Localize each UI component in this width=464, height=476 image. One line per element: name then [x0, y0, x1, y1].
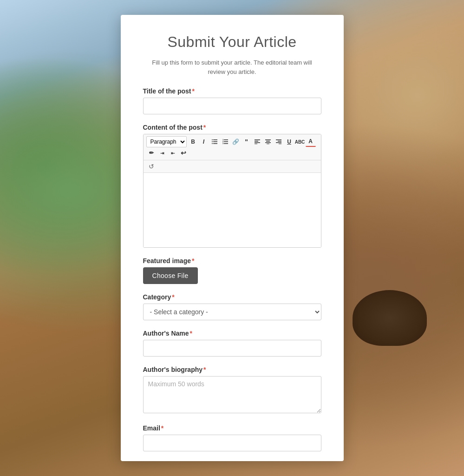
svg-rect-8 — [224, 143, 228, 144]
title-input[interactable] — [143, 98, 321, 114]
svg-rect-6 — [224, 139, 228, 140]
svg-rect-19 — [267, 144, 269, 144]
strikethrough-button[interactable]: ABC — [295, 137, 305, 147]
title-required: * — [192, 87, 194, 95]
submit-group: Submit Form — [143, 461, 321, 461]
choose-file-button[interactable]: Choose File — [143, 267, 198, 284]
email-input[interactable] — [143, 435, 321, 451]
author-name-input[interactable] — [143, 340, 321, 357]
svg-rect-17 — [266, 141, 270, 142]
editor-toolbar-row2: ↺ — [144, 160, 321, 173]
author-name-required: * — [190, 330, 192, 337]
align-center-button[interactable] — [263, 137, 273, 147]
svg-rect-20 — [276, 139, 281, 140]
content-required: * — [203, 124, 206, 131]
svg-rect-1 — [213, 141, 217, 142]
author-bio-label: Author's biography* — [143, 366, 321, 373]
page-center: Submit Your Article Fill up this form to… — [0, 0, 464, 476]
svg-rect-7 — [224, 141, 228, 142]
svg-rect-13 — [255, 141, 258, 142]
svg-rect-18 — [265, 142, 271, 143]
svg-point-5 — [212, 143, 213, 144]
editor-toolbar: Paragraph B I 123 🔗 " — [144, 134, 321, 160]
svg-rect-0 — [213, 139, 217, 140]
editor-content-area[interactable] — [144, 173, 321, 247]
bold-button[interactable]: B — [188, 137, 198, 147]
form-description: Fill up this form to submit your article… — [143, 58, 321, 76]
outdent-button[interactable]: ⇤ — [168, 148, 178, 158]
category-select[interactable]: - Select a category - Technology Science… — [143, 304, 321, 320]
author-bio-textarea[interactable] — [143, 376, 321, 413]
svg-rect-12 — [255, 139, 260, 140]
svg-rect-15 — [255, 144, 257, 144]
content-label: Content of the post* — [143, 124, 321, 131]
svg-point-4 — [212, 141, 213, 142]
svg-text:3: 3 — [222, 142, 224, 145]
align-left-button[interactable] — [252, 137, 262, 147]
blockquote-button[interactable]: " — [242, 137, 252, 147]
svg-rect-16 — [265, 139, 271, 140]
category-required: * — [172, 293, 174, 301]
email-required: * — [161, 424, 163, 432]
underline-button[interactable]: U — [284, 137, 294, 147]
link-button[interactable]: 🔗 — [231, 137, 241, 147]
bio-required: * — [203, 366, 206, 373]
redo-button[interactable]: ↺ — [146, 161, 157, 172]
unordered-list-button[interactable] — [209, 137, 220, 147]
content-group: Content of the post* Paragraph B I 123 🔗 — [143, 124, 321, 248]
svg-rect-23 — [279, 144, 281, 144]
author-name-group: Author's Name* — [143, 330, 321, 357]
paragraph-select[interactable]: Paragraph — [146, 136, 187, 147]
pencil-button[interactable]: ✏ — [146, 148, 157, 158]
italic-button[interactable]: I — [199, 137, 209, 147]
author-bio-group: Author's biography* — [143, 366, 321, 415]
svg-rect-14 — [255, 142, 260, 143]
font-color-button[interactable]: A — [306, 137, 316, 147]
category-group: Category* - Select a category - Technolo… — [143, 293, 321, 320]
align-right-button[interactable] — [274, 137, 284, 147]
indent-button[interactable]: ⇥ — [157, 148, 167, 158]
category-label: Category* — [143, 293, 321, 301]
email-label: Email* — [143, 424, 321, 432]
title-group: Title of the post* — [143, 87, 321, 114]
featured-image-group: Featured image* Choose File — [143, 257, 321, 284]
svg-rect-21 — [278, 141, 281, 142]
title-label: Title of the post* — [143, 87, 321, 95]
featured-image-label: Featured image* — [143, 257, 321, 264]
ordered-list-button[interactable]: 123 — [220, 137, 230, 147]
undo-button[interactable]: ↩ — [178, 148, 189, 158]
svg-point-3 — [212, 139, 213, 140]
svg-rect-2 — [213, 143, 217, 144]
form-title: Submit Your Article — [143, 33, 321, 51]
rich-text-editor: Paragraph B I 123 🔗 " — [143, 134, 321, 248]
form-card: Submit Your Article Fill up this form to… — [121, 15, 344, 461]
image-required: * — [192, 257, 194, 264]
author-name-label: Author's Name* — [143, 330, 321, 337]
email-group: Email* — [143, 424, 321, 451]
svg-rect-22 — [276, 142, 281, 143]
